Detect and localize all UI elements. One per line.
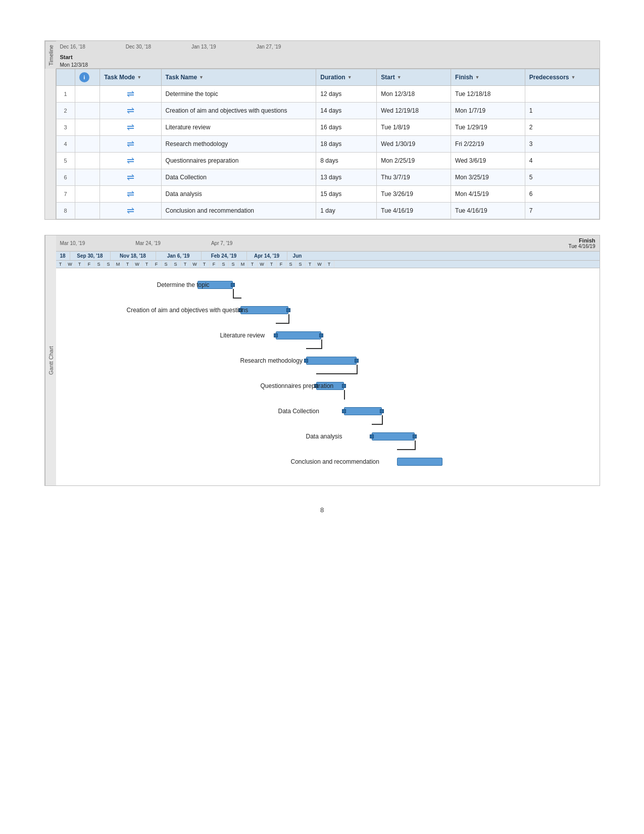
row-predecessors: 6 <box>525 186 599 203</box>
th-predecessors[interactable]: Predecessors ▼ <box>525 69 599 86</box>
th-duration[interactable]: Duration ▼ <box>316 69 377 86</box>
sub-header-cell: S <box>229 261 238 268</box>
chart-col-headers: 18 Sep 30, '18 Nov 18, '18 Jan 6, '19 Fe… <box>56 252 600 261</box>
chart-task-row: Questionnaires preparation <box>56 373 600 399</box>
row-info <box>75 169 100 186</box>
row-predecessors: 4 <box>525 153 599 169</box>
sub-header-cell: W <box>66 261 75 268</box>
sub-header-cell: S <box>296 261 306 268</box>
start-arrow-icon: ▼ <box>397 75 402 80</box>
chart-task-row: Literature review <box>56 323 600 348</box>
row-task-mode: ⇌ <box>100 186 161 203</box>
th-start[interactable]: Start ▼ <box>377 69 451 86</box>
row-task-mode: ⇌ <box>100 203 161 219</box>
sub-header-cell: W <box>190 261 200 268</box>
task-name-arrow-icon: ▼ <box>199 75 204 80</box>
row-predecessors <box>525 86 599 103</box>
chart-finish-label: Finish <box>568 237 595 243</box>
arrow-connector-v <box>415 440 416 449</box>
sub-header-cell: S <box>171 261 181 268</box>
sub-header-cell: S <box>286 261 296 268</box>
row-info <box>75 203 100 219</box>
arrow-connector-v <box>357 365 358 373</box>
arrow-connector-v <box>321 339 322 348</box>
col-18: 18 <box>56 252 70 260</box>
row-num: 6 <box>56 169 75 186</box>
arrow-connector-v <box>288 314 289 323</box>
sub-header-cell: W <box>133 261 142 268</box>
arrow-connector-h <box>372 424 383 425</box>
row-start: Tue 1/8/19 <box>377 119 451 136</box>
sub-header-cell: S <box>94 261 104 268</box>
row-num: 8 <box>56 203 75 219</box>
row-info <box>75 186 100 203</box>
row-duration: 14 days <box>316 103 377 119</box>
col-sep30: Sep 30, '18 <box>70 252 111 260</box>
chart-body: Determine the topicCreation of aim and o… <box>56 268 600 485</box>
sub-header-cell: S <box>162 261 171 268</box>
row-duration: 8 days <box>316 153 377 169</box>
row-task-name: Research methodology <box>161 136 316 153</box>
th-info: i <box>75 69 100 86</box>
sub-header-cell: M <box>238 261 248 268</box>
arrow-connector-v <box>344 390 345 399</box>
row-start: Thu 3/7/19 <box>377 169 451 186</box>
row-num: 4 <box>56 136 75 153</box>
sub-header-cell: S <box>219 261 229 268</box>
sub-header-cell: T <box>267 261 277 268</box>
sub-header-cell: T <box>306 261 315 268</box>
task-mode-arrow-icon: ▼ <box>137 75 141 80</box>
row-finish: Mon 4/15/19 <box>451 186 525 203</box>
gantt-bar <box>397 458 442 466</box>
arrow-connector-h <box>344 399 345 400</box>
chart-task-row: Data analysis <box>56 424 600 449</box>
start-date: Mon 12/3/18 <box>60 62 88 68</box>
sub-header-cell: T <box>248 261 258 268</box>
row-finish: Tue 4/16/19 <box>451 203 525 219</box>
chart-task-label: Conclusion and recommendation <box>291 458 379 465</box>
row-start: Tue 3/26/19 <box>377 186 451 203</box>
chart-task-row: Determine the topic <box>56 272 600 298</box>
chart-finish-date: Tue 4/16/19 <box>568 243 595 249</box>
chart-task-row: Creation of aim and objectives with ques… <box>56 298 600 323</box>
predecessors-arrow-icon: ▼ <box>571 75 575 80</box>
chart-task-label: Creation of aim and objectives with ques… <box>127 307 249 314</box>
sub-header-cell: T <box>181 261 190 268</box>
row-num: 2 <box>56 103 75 119</box>
sub-header-cell: T <box>200 261 210 268</box>
row-duration: 15 days <box>316 186 377 203</box>
row-duration: 18 days <box>316 136 377 153</box>
sub-header-cell: F <box>152 261 162 268</box>
row-task-name: Data Collection <box>161 169 316 186</box>
row-duration: 16 days <box>316 119 377 136</box>
row-task-name: Data analysis <box>161 186 316 203</box>
sub-header-cell: F <box>277 261 286 268</box>
chart-task-row: Data Collection <box>56 399 600 424</box>
row-info <box>75 136 100 153</box>
chart-task-row: Conclusion and recommendation <box>56 449 600 474</box>
sub-header-cell: S <box>104 261 114 268</box>
th-finish[interactable]: Finish ▼ <box>451 69 525 86</box>
row-num: 3 <box>56 119 75 136</box>
timeline-label: Timeline <box>45 41 56 69</box>
sub-header-cell: T <box>142 261 152 268</box>
sub-header-cell: M <box>114 261 123 268</box>
arrow-connector-h <box>397 449 416 450</box>
row-task-mode: ⇌ <box>100 119 161 136</box>
th-task-name[interactable]: Task Name ▼ <box>161 69 316 86</box>
finish-arrow-icon: ▼ <box>475 75 479 80</box>
row-duration: 1 day <box>316 203 377 219</box>
row-info <box>75 86 100 103</box>
gantt-table: i Task Mode ▼ Task Name ▼ <box>56 69 600 219</box>
th-task-mode[interactable]: Task Mode ▼ <box>100 69 161 86</box>
row-num: 5 <box>56 153 75 169</box>
col-jun: Jun <box>287 252 308 260</box>
row-task-mode: ⇌ <box>100 103 161 119</box>
row-task-name: Creation of aim and objectives with ques… <box>161 103 316 119</box>
row-task-mode: ⇌ <box>100 136 161 153</box>
row-task-name: Conclusion and recommendation <box>161 203 316 219</box>
gantt-bar <box>344 407 382 415</box>
chart-task-label: Literature review <box>220 332 265 339</box>
chart-task-label: Research methodology <box>240 357 303 364</box>
col-jan6: Jan 6, '19 <box>156 252 202 260</box>
